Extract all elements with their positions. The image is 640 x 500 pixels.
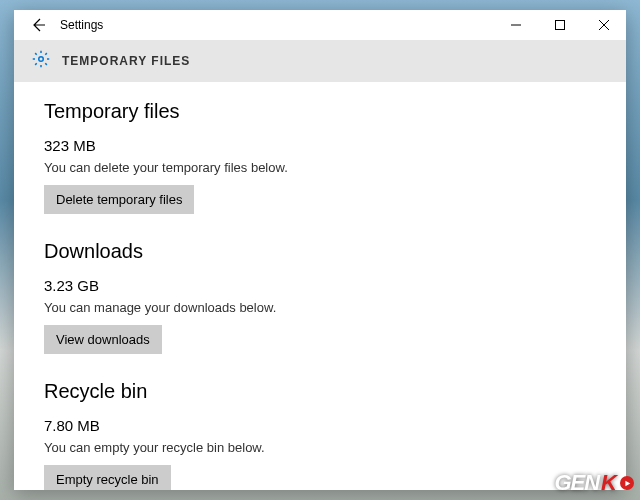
empty-recycle-bin-button[interactable]: Empty recycle bin	[44, 465, 171, 490]
watermark-text-prefix: GEN	[554, 470, 599, 496]
section-title-downloads: Downloads	[44, 240, 596, 263]
watermark-logo: GENK	[554, 470, 634, 496]
recycle-size: 7.80 MB	[44, 417, 596, 434]
close-icon	[599, 20, 609, 30]
temporary-files-section: Temporary files 323 MB You can delete yo…	[44, 100, 596, 214]
downloads-size: 3.23 GB	[44, 277, 596, 294]
watermark-text-suffix: K	[601, 470, 616, 496]
content-area: Temporary files 323 MB You can delete yo…	[14, 82, 626, 490]
minimize-icon	[511, 20, 521, 30]
page-title: TEMPORARY FILES	[62, 54, 190, 68]
close-button[interactable]	[582, 10, 626, 40]
minimize-button[interactable]	[494, 10, 538, 40]
downloads-section: Downloads 3.23 GB You can manage your do…	[44, 240, 596, 354]
svg-rect-0	[556, 21, 565, 30]
svg-point-1	[39, 57, 44, 62]
window-controls	[494, 10, 626, 40]
recycle-bin-section: Recycle bin 7.80 MB You can empty your r…	[44, 380, 596, 490]
section-title-recycle: Recycle bin	[44, 380, 596, 403]
settings-window: Settings TEMPORARY FILES Temporary files…	[14, 10, 626, 490]
temp-desc: You can delete your temporary files belo…	[44, 160, 596, 175]
downloads-desc: You can manage your downloads below.	[44, 300, 596, 315]
view-downloads-button[interactable]: View downloads	[44, 325, 162, 354]
page-header: TEMPORARY FILES	[14, 40, 626, 82]
delete-temp-files-button[interactable]: Delete temporary files	[44, 185, 194, 214]
maximize-icon	[555, 20, 565, 30]
temp-size: 323 MB	[44, 137, 596, 154]
recycle-desc: You can empty your recycle bin below.	[44, 440, 596, 455]
maximize-button[interactable]	[538, 10, 582, 40]
back-button[interactable]	[22, 10, 54, 40]
back-arrow-icon	[30, 17, 46, 33]
section-title-temp: Temporary files	[44, 100, 596, 123]
titlebar: Settings	[14, 10, 626, 40]
watermark-play-icon	[620, 476, 634, 490]
window-title: Settings	[60, 18, 103, 32]
gear-icon	[32, 50, 50, 72]
